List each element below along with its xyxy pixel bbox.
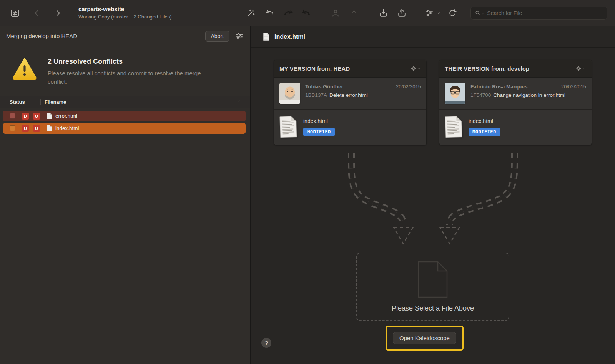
conflict-row-error[interactable]: D U error.html [3,111,246,121]
push-tray-icon[interactable] [394,6,409,20]
commit-hash: 1BB137A [305,92,327,98]
search-scope-chevron-icon [481,12,485,16]
warning-triangle-icon [12,58,37,80]
search-icon [475,10,481,17]
commit-message: Delete error.html [329,92,368,98]
file-list-header: Status Filename [0,96,250,108]
discard-stamp-icon[interactable] [281,6,295,20]
dropzone-label: Please Select a File Above [357,304,509,312]
chevron-down-icon [436,11,440,15]
highlight-annotation: Open Kaleidoscope [386,326,464,351]
chevron-down-icon [583,67,586,70]
commit-message: Change navigation in error.html [493,92,565,98]
magic-wand-icon[interactable] [244,6,258,20]
back-button[interactable] [29,6,44,20]
conflict-row-index[interactable]: U U index.html [3,123,246,134]
commit-info: Tobias Günther 20/02/2015 1BB137ADelete … [274,78,426,109]
conflict-file-list: D U error.html U U index.html [0,108,250,135]
commit-hash: 1F54700 [470,92,491,98]
working-copy-icon[interactable] [8,6,22,20]
file-icon [47,113,52,119]
version-card-title: MY VERSION from: HEAD [279,65,350,72]
file-icon [263,33,270,41]
my-version-header: MY VERSION from: HEAD [274,60,426,78]
merge-result-dropzone[interactable]: Please Select a File Above [356,253,509,321]
collapse-chevron-icon[interactable] [237,99,243,106]
modified-status-badge: MODIFIED [303,128,335,136]
repo-name: carparts-website [78,5,172,13]
gear-icon [411,66,416,71]
commit-date: 20/02/2015 [396,83,421,91]
view-options-button[interactable] [424,6,440,20]
column-divider [40,99,41,105]
file-search-field[interactable] [470,7,607,20]
conflict-filename: index.html [55,125,79,131]
filter-options-icon[interactable] [234,31,245,42]
version-options-button[interactable] [576,66,586,71]
conflict-count-title: 2 Unresolved Conflicts [48,58,217,66]
repo-status: Working Copy (master – 2 Changed Files) [78,14,172,20]
refresh-icon[interactable] [445,6,460,20]
version-filename: index.html [469,118,500,124]
version-card-title: THEIR VERSION from: develop [445,65,529,72]
chevron-down-icon [417,67,421,70]
merge-header: Merging develop into HEAD Abort [0,26,250,46]
conflict-warning: 2 Unresolved Conflicts Please resolve al… [0,46,250,96]
conflict-message: Please resolve all conflicts and commit … [48,69,217,86]
stage-checkbox[interactable] [10,125,15,131]
app-window: carparts-website Working Copy (master – … [0,0,615,364]
merge-title: Merging develop into HEAD [6,33,77,39]
commit-date: 20/02/2015 [561,83,586,91]
avatar [445,83,465,104]
conflict-filename: error.html [55,113,77,119]
detail-header: index.html [251,26,615,48]
modified-status-badge: MODIFIED [469,128,500,136]
version-options-button[interactable] [411,66,421,71]
stage-stamp-icon[interactable] [299,6,314,20]
version-file[interactable]: index.html MODIFIED [274,110,426,145]
conflict-detail-panel: index.html MY VERSION from: HEAD [251,26,615,364]
status-column-header[interactable]: Status [10,99,40,105]
avatar [279,83,300,104]
merge-sidebar: Merging develop into HEAD Abort [0,26,251,364]
ghost-document-icon [418,261,448,298]
abort-merge-button[interactable]: Abort [205,31,229,42]
commit-person-icon [328,6,343,20]
gear-icon [576,66,582,71]
sliders-icon [424,6,435,20]
repo-title-block: carparts-website Working Copy (master – … [78,5,172,20]
document-thumbnail-icon [279,115,298,138]
open-kaleidoscope-button[interactable]: Open Kaleidoscope [393,332,456,344]
commit-author: Tobias Günther [305,83,343,91]
file-icon [47,125,52,131]
search-input[interactable] [487,10,603,16]
status-badge-theirs: U [33,113,40,120]
status-badge-mine: D [22,113,29,120]
undo-arrow-icon[interactable] [262,6,277,20]
filename-column-header[interactable]: Filename [45,99,66,105]
toolbar: carparts-website Working Copy (master – … [0,0,615,26]
stage-checkbox[interactable] [10,113,15,119]
pull-tray-icon[interactable] [376,6,391,20]
my-version-card: MY VERSION from: HEAD [274,60,427,145]
detail-file-title: index.html [274,33,305,40]
document-thumbnail-icon [444,115,463,138]
help-button[interactable]: ? [261,338,271,348]
commit-info: Fabricio Rosa Marques 20/02/2015 1F54700… [439,78,592,109]
commit-author: Fabricio Rosa Marques [470,83,528,91]
forward-button[interactable] [51,6,65,20]
status-badge-theirs: U [33,125,40,132]
merge-arrows-graphic [251,153,615,254]
version-filename: index.html [303,118,335,124]
status-badge-mine: U [22,125,29,132]
their-version-card: THEIR VERSION from: develop [439,60,592,145]
push-arrow-icon [347,6,361,20]
version-file[interactable]: index.html MODIFIED [439,110,592,145]
their-version-header: THEIR VERSION from: develop [439,60,592,78]
